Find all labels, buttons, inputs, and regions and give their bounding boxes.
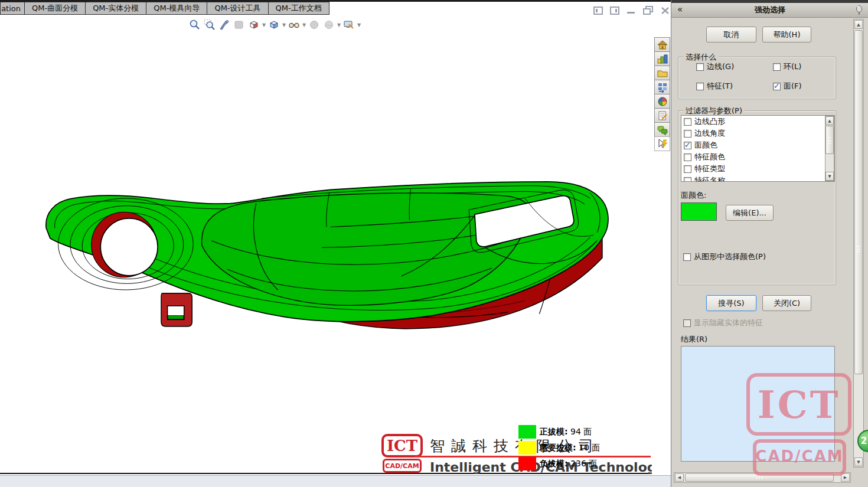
checkbox-pick-color-from-graphics[interactable]: 从图形中选择颜色(P) xyxy=(683,251,766,262)
filter-item-feature-type[interactable]: 特征类型 xyxy=(681,163,834,175)
face-color-label: 面颜色: xyxy=(681,190,706,201)
edit-color-button[interactable]: 编辑(E)... xyxy=(726,205,774,221)
forum-icon[interactable] xyxy=(654,122,670,137)
filters-scroll-thumb[interactable] xyxy=(825,126,834,154)
face-color-swatch xyxy=(681,202,717,221)
pushpin-icon[interactable] xyxy=(854,5,864,17)
dock-right-icon[interactable] xyxy=(610,6,619,15)
legend-positive-draft-swatch xyxy=(518,425,536,439)
panel-scroll-right-icon[interactable]: ▶ xyxy=(841,473,850,482)
tab-simulation-partial[interactable]: ation xyxy=(0,2,25,15)
tab-qm-surface-split[interactable]: QM-曲面分模 xyxy=(25,2,86,15)
legend-needs-draft-label: 需要拔模: 10 面 xyxy=(540,443,600,453)
dock-left-icon[interactable] xyxy=(593,6,603,15)
application-window: ation QM-曲面分模 QM-实体分模 QM-模具向导 QM-设计工具 QM… xyxy=(0,0,868,487)
filter-item-edge-angle[interactable]: 边线角度 xyxy=(681,128,834,139)
filters-scroll-up-icon[interactable]: ▲ xyxy=(825,116,834,125)
filters-scrollbar[interactable]: ▲ ▼ xyxy=(825,116,834,181)
tab-qm-design-tools[interactable]: QM-设计工具 xyxy=(207,2,268,15)
view-palette-icon[interactable] xyxy=(654,80,670,94)
panel-title: 强劲选择 xyxy=(671,5,868,15)
help-button[interactable]: 帮助(H) xyxy=(762,27,811,43)
legend-negative-draft-label: 负拔模: 236 面 xyxy=(540,459,597,469)
checkbox-loop[interactable]: 环(L) xyxy=(773,61,801,72)
tab-qm-solid-split[interactable]: QM-实体分模 xyxy=(86,2,146,15)
filter-item-feature-name[interactable]: 特征名称 xyxy=(681,175,834,182)
checkbox-edge[interactable]: 边线(G) xyxy=(696,61,734,72)
model-left-circular-hole[interactable] xyxy=(100,218,158,276)
filter-item-face-color[interactable]: 面颜色 xyxy=(681,139,834,151)
panel-hscrollbar[interactable]: ◀ ▶ xyxy=(674,472,851,483)
checkbox-face[interactable]: 面(F) xyxy=(773,81,802,91)
checkbox-feature[interactable]: 特征(T) xyxy=(696,81,733,91)
command-tabs: ation QM-曲面分模 QM-实体分模 QM-模具向导 QM-设计工具 QM… xyxy=(0,2,329,15)
minimize-icon[interactable] xyxy=(626,6,636,15)
status-bar xyxy=(0,475,671,487)
panel-hscroll-thumb[interactable] xyxy=(685,473,834,482)
tab-qm-mold-wizard[interactable]: QM-模具向导 xyxy=(146,2,207,15)
panel-scroll-thumb[interactable] xyxy=(854,30,863,374)
filters-scroll-down-icon[interactable]: ▼ xyxy=(825,172,834,181)
panel-header: « 强劲选择 xyxy=(671,3,868,18)
panel-vscrollbar[interactable]: ▲ ▼ xyxy=(853,19,864,468)
appearances-icon[interactable] xyxy=(654,94,670,109)
custom-properties-icon[interactable] xyxy=(654,108,670,123)
home-icon[interactable] xyxy=(654,37,670,52)
model-3d-part[interactable] xyxy=(0,15,652,474)
collapse-panel-icon[interactable]: « xyxy=(677,4,683,15)
ict-logo: ICT CAD/CAM xyxy=(381,434,423,474)
panel-scroll-left-icon[interactable]: ◀ xyxy=(675,473,684,482)
panel-scroll-down-icon[interactable]: ▼ xyxy=(854,457,863,466)
ict-logo-subtitle: CAD/CAM xyxy=(383,459,422,473)
results-listbox[interactable] xyxy=(681,346,835,462)
task-pane-strip xyxy=(652,15,671,474)
ict-logo-title: ICT xyxy=(381,434,423,457)
cancel-button[interactable]: 取消 xyxy=(706,27,756,43)
close-button[interactable]: 关闭(C) xyxy=(762,295,811,311)
results-label: 结果(R) xyxy=(681,334,707,345)
power-select-panel: « 强劲选择 取消 帮助(H) 选择什么 边线(G) 环(L) 特征(T) 面(… xyxy=(671,0,868,487)
file-explorer-icon[interactable] xyxy=(654,66,670,80)
close-icon[interactable] xyxy=(661,6,670,15)
selection-addin-icon[interactable] xyxy=(654,136,670,151)
filter-item-edge-convexity[interactable]: 边线凸形 xyxy=(681,116,834,128)
graphics-viewport[interactable]: ▼ ▼ ▼ ▼ ▼ xyxy=(0,15,652,474)
restore-icon[interactable] xyxy=(643,6,654,15)
model-red-tab[interactable] xyxy=(161,293,192,326)
tab-qm-work-docs[interactable]: QM-工作文档 xyxy=(269,2,329,15)
legend-negative-draft-swatch xyxy=(518,457,536,470)
filter-item-feature-color[interactable]: 特征颜色 xyxy=(681,151,834,163)
filters-listbox[interactable]: 边线凸形 边线角度 面颜色 特征颜色 特征类型 特征名称 ▲ ▼ xyxy=(681,115,835,182)
search-button[interactable]: 搜寻(S) xyxy=(706,295,756,311)
panel-scroll-up-icon[interactable]: ▲ xyxy=(854,20,863,29)
legend-needs-draft-swatch xyxy=(518,441,536,455)
design-library-icon[interactable] xyxy=(654,51,670,66)
window-controls xyxy=(593,6,670,15)
checkbox-show-hidden-features[interactable]: 显示隐藏实体的特征 xyxy=(683,318,763,328)
legend-positive-draft-label: 正拔模: 94 面 xyxy=(540,427,592,437)
